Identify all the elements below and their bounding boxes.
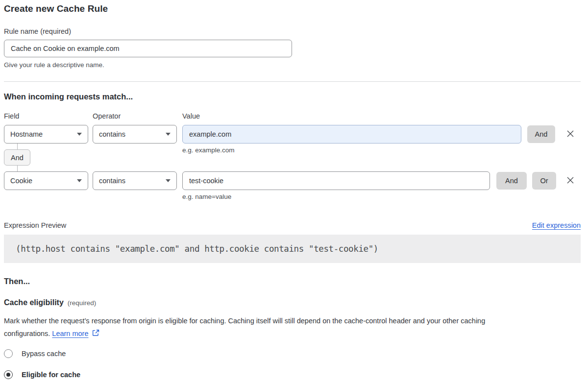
radio-label-bypass: Bypass cache	[22, 350, 66, 358]
close-icon	[565, 128, 576, 141]
section-divider	[4, 81, 581, 82]
value-hint-2: e.g. name=value	[182, 193, 581, 201]
operator-select-2-value: contains	[99, 177, 125, 185]
expression-preview-box: (http.host contains "example.com" and ht…	[4, 235, 581, 263]
radio-option-eligible-for-cache[interactable]: Eligible for cache	[4, 370, 581, 380]
operator-select-1[interactable]: contains	[93, 125, 177, 144]
learn-more-link[interactable]: Learn more	[52, 330, 88, 337]
chevron-down-icon	[166, 133, 171, 136]
operator-select-2[interactable]: contains	[93, 171, 177, 190]
match-section-heading: When incoming requests match...	[4, 92, 581, 101]
close-icon	[565, 175, 576, 187]
and-button-row-1[interactable]: And	[527, 125, 555, 143]
condition-connector-zone: e.g. example.com And	[4, 144, 581, 171]
remove-condition-2-button[interactable]	[564, 175, 576, 187]
radio-selected-icon	[4, 370, 13, 379]
expression-code: (http.host contains "example.com" and ht…	[16, 244, 378, 254]
chevron-down-icon	[77, 179, 82, 182]
value-column-label: Value	[182, 112, 200, 120]
chevron-down-icon	[77, 133, 82, 136]
field-select-2[interactable]: Cookie	[4, 171, 88, 190]
operator-column-label: Operator	[93, 112, 121, 120]
cache-eligibility-header: Cache eligibility (required)	[4, 298, 581, 307]
chevron-down-icon	[166, 179, 171, 182]
description-line-1: Mark whether the request’s response from…	[4, 317, 485, 325]
expression-preview-label: Expression Preview	[4, 221, 66, 229]
and-connector-toggle[interactable]: And	[4, 149, 30, 166]
rule-name-label: Rule name (required)	[4, 27, 581, 36]
description-line-2: configurations.	[4, 330, 50, 337]
condition-column-labels: Field Operator Value	[4, 112, 581, 120]
rule-name-helper: Give your rule a descriptive name.	[4, 61, 581, 69]
cache-eligibility-description: Mark whether the request’s response from…	[4, 314, 575, 341]
operator-select-1-value: contains	[99, 130, 125, 138]
field-select-1-value: Hostname	[10, 130, 43, 138]
create-cache-rule-page: Create new Cache Rule Rule name (require…	[0, 0, 588, 384]
value-input-2[interactable]	[182, 171, 490, 190]
field-select-1[interactable]: Hostname	[4, 125, 88, 144]
value-input-1[interactable]	[182, 125, 521, 144]
external-link-icon	[92, 328, 100, 341]
connector-line-bottom	[17, 166, 18, 171]
edit-expression-link[interactable]: Edit expression	[532, 221, 581, 229]
cache-eligibility-title: Cache eligibility	[4, 298, 64, 307]
radio-label-eligible: Eligible for cache	[22, 371, 80, 379]
connector-line-top	[17, 144, 18, 149]
then-section-heading: Then...	[4, 276, 581, 286]
or-button-row-2[interactable]: Or	[532, 172, 556, 190]
field-column-label: Field	[4, 112, 19, 120]
radio-option-bypass-cache[interactable]: Bypass cache	[4, 349, 581, 359]
condition-row-1: Hostname contains And	[4, 125, 581, 144]
field-select-2-value: Cookie	[10, 177, 32, 185]
radio-unselected-icon	[4, 349, 13, 358]
cache-eligibility-required-tag: (required)	[68, 299, 97, 307]
expression-preview-header: Expression Preview Edit expression	[4, 221, 581, 229]
value-hint-1: e.g. example.com	[182, 146, 235, 154]
page-title: Create new Cache Rule	[4, 3, 581, 15]
rule-name-input[interactable]	[4, 40, 292, 57]
and-button-row-2[interactable]: And	[496, 172, 527, 190]
condition-row-2: Cookie contains And Or	[4, 171, 581, 190]
remove-condition-1-button[interactable]	[564, 128, 576, 140]
